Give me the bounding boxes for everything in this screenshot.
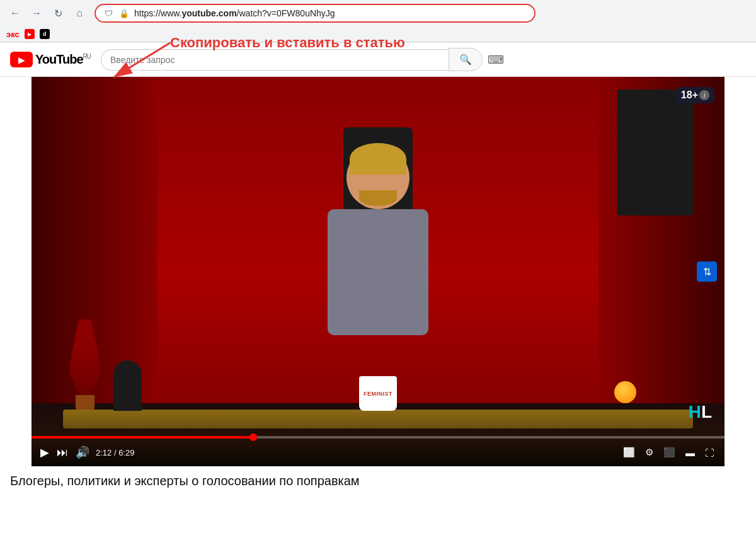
nav-buttons: ← → ↻ ⌂ [6,4,88,22]
video-controls: ▶ ⏭ 🔊 2:12 / 6:29 ⬜ ⚙ ⬛ ▬ ⛶ [32,439,724,466]
youtube-favicon[interactable] [25,29,35,39]
address-bar-wrapper: 🛡 🔒 https://www.youtube.com/watch?v=0FW8… [94,4,750,23]
url-text: https://www.youtube.com/watch?v=0FW80uNh… [134,8,335,18]
tiktok-favicon[interactable]: d [40,29,50,39]
microphone [113,360,142,411]
youtube-logo[interactable]: YouTubeRU [10,52,91,67]
next-button[interactable]: ⏭ [55,445,69,461]
youtube-region: RU [83,53,91,60]
subtitles-button[interactable]: ⬜ [621,445,638,459]
fullscreen-button[interactable]: ⛶ [702,446,717,459]
person-torso [328,209,428,335]
browser-chrome: ← → ↻ ⌂ 🛡 🔒 https://www.youtube.com/watc… [0,0,756,43]
cup: FEMINIST [359,376,397,411]
hl-logo-h: H [689,402,701,422]
home-button[interactable]: ⌂ [71,4,88,22]
search-button[interactable]: 🔍 [449,48,483,71]
back-button[interactable]: ← [6,4,24,22]
plant-leaves [69,319,101,395]
video-thumbnail: FEMINIST 18+ i ⇅ HL [32,77,724,466]
plant-pot [76,395,94,411]
keyboard-button[interactable]: ⌨ [488,53,504,67]
person-beard [359,190,397,206]
miniplayer-button[interactable]: ⬛ [661,445,678,459]
theater-button[interactable]: ▬ [683,446,697,459]
video-player[interactable]: FEMINIST 18+ i ⇅ HL [32,77,724,466]
video-title: Блогеры, политики и эксперты о голосован… [10,466,746,488]
settings-button[interactable]: ⚙ [643,445,656,459]
person-head [346,146,410,209]
time-display: 2:12 / 6:29 [96,448,134,457]
address-bar[interactable]: 🛡 🔒 https://www.youtube.com/watch?v=0FW8… [94,4,536,23]
yandex-bookmark[interactable]: экс [6,30,20,39]
hl-logo: HL [689,402,712,422]
lock-icon: 🔒 [119,9,129,18]
video-content: FEMINIST 18+ i ⇅ HL [0,77,756,488]
youtube-header: YouTubeRU 🔍 ⌨ [0,43,756,77]
shield-icon: 🛡 [105,9,113,18]
youtube-page: YouTubeRU 🔍 ⌨ [0,43,756,488]
hl-logo-l: L [701,402,712,422]
search-area: 🔍 ⌨ [101,48,504,71]
play-button[interactable]: ▶ [39,444,50,461]
age-badge: 18+ i [676,87,714,103]
bookmarks-bar: экс d [0,26,756,42]
bookshelf [617,89,693,215]
reload-button[interactable]: ↻ [49,4,67,22]
desk-surface [63,410,693,428]
age-badge-text: 18+ [681,89,698,101]
volume-button[interactable]: 🔊 [74,444,91,461]
person-body [309,146,447,411]
forward-button[interactable]: → [28,4,45,22]
person-hair [350,143,406,175]
info-icon: i [699,90,709,100]
browser-top-bar: ← → ↻ ⌂ 🛡 🔒 https://www.youtube.com/watc… [0,0,756,26]
youtube-logo-icon [10,52,33,67]
search-input[interactable] [101,49,449,71]
expand-icon[interactable]: ⇅ [697,261,717,282]
plant [69,323,101,411]
youtube-logo-text: YouTubeRU [35,52,91,67]
moon-lamp [614,381,636,403]
